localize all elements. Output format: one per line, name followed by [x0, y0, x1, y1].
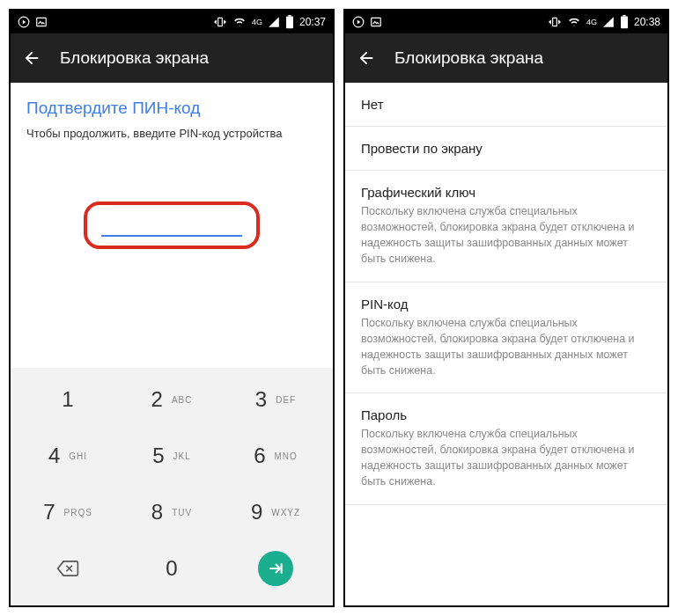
key-5[interactable]: 5JKL — [120, 428, 224, 484]
pin-input-highlight — [84, 202, 260, 249]
phone-left: 4G 20:37 Блокировка экрана Подтвердите П… — [9, 9, 335, 607]
wifi-icon — [567, 16, 581, 28]
option-title: Нет — [361, 97, 652, 112]
svg-rect-3 — [286, 17, 293, 29]
clock-text: 20:37 — [299, 16, 326, 28]
pin-input[interactable] — [101, 235, 242, 237]
key-7[interactable]: 7PRQS — [16, 484, 120, 540]
appbar-title: Блокировка экрана — [60, 48, 209, 68]
play-icon — [352, 16, 365, 28]
clock-text: 20:38 — [634, 16, 660, 28]
key-0[interactable]: 0 — [120, 540, 224, 597]
key-3[interactable]: 3DEF — [224, 371, 328, 428]
back-icon[interactable] — [356, 48, 377, 69]
wifi-icon — [232, 16, 247, 28]
option-password[interactable]: Пароль Поскольку включена служба специал… — [345, 393, 667, 505]
option-title: Графический ключ — [361, 185, 652, 200]
option-none[interactable]: Нет — [345, 83, 667, 127]
content-area: Подтвердите ПИН-код Чтобы продолжить, вв… — [11, 83, 333, 284]
status-bar: 4G 20:38 — [345, 11, 667, 33]
svg-rect-9 — [623, 15, 625, 17]
submit-icon — [258, 551, 293, 586]
image-icon — [35, 16, 48, 28]
vibrate-icon — [548, 16, 562, 28]
battery-icon — [285, 15, 294, 29]
lock-options-list: Нет Провести по экрану Графический ключ … — [345, 83, 667, 505]
confirm-pin-subtitle: Чтобы продолжить, введите PIN-код устрой… — [11, 127, 333, 158]
numeric-keypad: 1 2ABC 3DEF 4GHI 5JKL 6MNO 7PRQS 8TUV 9W… — [11, 368, 333, 605]
pin-input-area — [11, 158, 333, 284]
option-subtitle: Поскольку включена служба специальных во… — [361, 203, 652, 268]
key-9[interactable]: 9WXYZ — [224, 484, 328, 540]
key-4[interactable]: 4GHI — [16, 428, 120, 484]
signal-icon — [602, 16, 615, 28]
image-icon — [370, 16, 382, 28]
app-bar: Блокировка экрана — [345, 33, 667, 83]
option-subtitle: Поскольку включена служба специальных во… — [361, 426, 652, 490]
back-icon[interactable] — [21, 48, 42, 69]
option-title: PIN-код — [361, 297, 652, 312]
svg-rect-7 — [553, 18, 557, 26]
option-title: Провести по экрану — [361, 141, 652, 156]
svg-rect-8 — [621, 17, 628, 29]
signal-icon — [268, 16, 280, 28]
option-pattern[interactable]: Графический ключ Поскольку включена служ… — [345, 171, 667, 282]
option-pin[interactable]: PIN-код Поскольку включена служба специа… — [345, 282, 667, 394]
key-2[interactable]: 2ABC — [120, 371, 224, 428]
key-6[interactable]: 6MNO — [224, 428, 328, 484]
key-1[interactable]: 1 — [16, 371, 120, 428]
key-8[interactable]: 8TUV — [120, 484, 224, 540]
status-bar: 4G 20:37 — [11, 11, 333, 33]
svg-rect-2 — [218, 18, 223, 26]
key-submit[interactable] — [224, 540, 328, 597]
option-swipe[interactable]: Провести по экрану — [345, 127, 667, 171]
phone-right: 4G 20:38 Блокировка экрана Нет Провести — [343, 9, 669, 607]
option-title: Пароль — [361, 407, 652, 422]
key-backspace[interactable] — [16, 540, 120, 597]
play-icon — [18, 16, 30, 28]
network-4g-icon: 4G — [586, 18, 597, 26]
svg-rect-4 — [288, 15, 291, 17]
battery-icon — [620, 15, 629, 29]
confirm-pin-title: Подтвердите ПИН-код — [11, 83, 333, 127]
app-bar: Блокировка экрана — [11, 33, 333, 83]
vibrate-icon — [213, 16, 227, 28]
network-4g-icon: 4G — [252, 18, 262, 26]
appbar-title: Блокировка экрана — [394, 48, 543, 68]
option-subtitle: Поскольку включена служба специальных во… — [361, 315, 652, 379]
